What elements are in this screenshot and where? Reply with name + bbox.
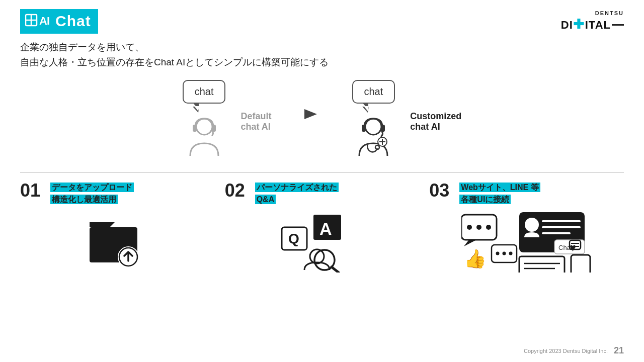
customized-person-svg	[353, 116, 393, 161]
default-chat-group: chat	[183, 80, 272, 163]
default-label-block: Default chat AI	[240, 111, 271, 132]
dentsu-bottom-text: DI✚ITAL	[561, 17, 624, 32]
logo-symbol: AI	[25, 12, 51, 31]
svg-point-4	[196, 119, 212, 135]
svg-point-35	[509, 252, 512, 255]
feature-01: 01 データをアップロード 構造化し最適活用	[20, 182, 215, 275]
svg-marker-30	[464, 240, 476, 246]
arrow-svg	[302, 104, 322, 124]
page-title: Chat	[55, 13, 91, 30]
feature-03-number: 03	[429, 182, 453, 200]
feature-03-header: 03 Webサイト、LINE 等 各種UIに接続	[429, 182, 540, 206]
default-chat-bubble-group: chat	[183, 80, 226, 163]
svg-point-34	[502, 252, 506, 255]
customized-person-icon	[353, 116, 393, 163]
svg-rect-5	[193, 125, 197, 132]
feature-02-title: パーソナライズされた Q&A	[255, 182, 339, 206]
subtitle-line2: 自由な人格・立ち位置の存在をChat AIとしてシンプルに構築可能にする	[20, 55, 624, 70]
svg-point-27	[467, 225, 472, 230]
customized-chat-bubble-wrapper: chat	[352, 80, 395, 107]
subtitle: 企業の独自データを用いて、 自由な人格・立ち位置の存在をChat AIとしてシン…	[0, 34, 644, 70]
svg-text:👍: 👍	[464, 248, 487, 269]
feature-01-number: 01	[20, 182, 44, 200]
subtitle-line1: 企業の独自データを用いて、	[20, 40, 624, 55]
diagram-section: chat	[0, 70, 644, 168]
feature-02-highlight2: Q&A	[255, 195, 276, 204]
svg-text:Q: Q	[288, 231, 299, 246]
default-person-svg	[184, 116, 224, 161]
feature-01-title-line1: データをアップロード	[50, 182, 134, 194]
feature-01-title: データをアップロード 構造化し最適活用	[50, 182, 134, 206]
header: AI Chat DENTSU DI✚ITAL	[0, 0, 644, 34]
feature-02-icon-area: Q A	[225, 210, 420, 275]
feature-02-title-line2: Q&A	[255, 194, 339, 206]
svg-point-23	[310, 249, 324, 263]
svg-line-25	[332, 267, 339, 273]
customized-chat-bubble: chat	[352, 80, 395, 104]
svg-text:A: A	[319, 219, 332, 238]
section-divider	[20, 172, 624, 172]
dentsu-cross-letter: ✚	[573, 17, 585, 32]
bubble-tail-fill	[194, 106, 199, 111]
default-label-2: chat AI	[240, 122, 271, 132]
svg-rect-43	[519, 256, 565, 273]
customized-label-block: Customized chat AI	[410, 111, 461, 132]
copyright-text: Copyright 2023 Dentsu Digital Inc.	[524, 348, 608, 354]
arrow-right	[302, 104, 322, 129]
title-block: AI Chat	[20, 9, 98, 34]
default-chat-bubble-wrapper: chat	[183, 80, 226, 107]
svg-point-33	[496, 252, 499, 255]
feature-02-title-line1: パーソナライズされた	[255, 182, 339, 194]
feature-01-title-line2: 構造化し最適活用	[50, 194, 134, 206]
customized-chat-group: chat	[352, 80, 462, 163]
svg-point-28	[476, 225, 481, 230]
feature-03-title-line1: Webサイト、LINE 等	[459, 182, 540, 194]
svg-point-8	[365, 119, 381, 135]
customized-label-1: Customized	[410, 111, 461, 122]
feature-03: 03 Webサイト、LINE 等 各種UIに接続 👍	[429, 182, 624, 275]
feature-01-icon-area	[20, 210, 215, 275]
feature-01-header: 01 データをアップロード 構造化し最適活用	[20, 182, 134, 206]
default-chat-bubble: chat	[183, 80, 226, 104]
svg-point-29	[486, 225, 491, 230]
footer: Copyright 2023 Dentsu Digital Inc. 21	[524, 345, 624, 356]
feature-02-header: 02 パーソナライズされた Q&A	[225, 182, 339, 206]
dentsu-top-text: DENTSU	[561, 10, 624, 17]
feature-03-title-line2: 各種UIに接続	[459, 194, 540, 206]
customized-label-2: chat AI	[410, 122, 461, 132]
svg-point-11	[375, 145, 379, 149]
feature-03-icon-area: 👍 Chat	[429, 210, 624, 275]
default-label-1: Default	[240, 111, 271, 122]
customized-bubble-tail-fill	[364, 106, 369, 111]
folder-upload-icon	[87, 215, 147, 270]
feature-01-highlight2: 構造化し最適活用	[50, 195, 118, 204]
page-number: 21	[614, 345, 624, 356]
features-section: 01 データをアップロード 構造化し最適活用	[0, 182, 644, 275]
feature-03-highlight2: 各種UIに接続	[459, 195, 511, 204]
dentsu-digital-logo: DENTSU DI✚ITAL	[561, 10, 624, 32]
qa-search-icon: Q A	[279, 212, 365, 273]
feature-02-highlight1: パーソナライズされた	[255, 183, 339, 192]
ui-connect-icon: 👍 Chat	[461, 212, 592, 273]
feature-02-number: 02	[225, 182, 249, 200]
feature-03-title: Webサイト、LINE 等 各種UIに接続	[459, 182, 540, 206]
default-person-icon	[184, 116, 224, 163]
customized-chat-bubble-group: chat	[352, 80, 395, 163]
svg-marker-7	[304, 109, 317, 119]
feature-02: 02 パーソナライズされた Q&A Q A	[225, 182, 420, 275]
svg-point-37	[525, 218, 539, 232]
svg-rect-49	[571, 255, 590, 273]
svg-rect-9	[362, 125, 366, 132]
default-chat-label: chat	[195, 86, 214, 97]
svg-text:AI: AI	[39, 15, 49, 27]
customized-chat-label: chat	[364, 86, 383, 97]
title-background: AI Chat	[20, 9, 98, 34]
feature-01-highlight1: データをアップロード	[50, 183, 134, 192]
feature-03-highlight1: Webサイト、LINE 等	[459, 183, 540, 192]
